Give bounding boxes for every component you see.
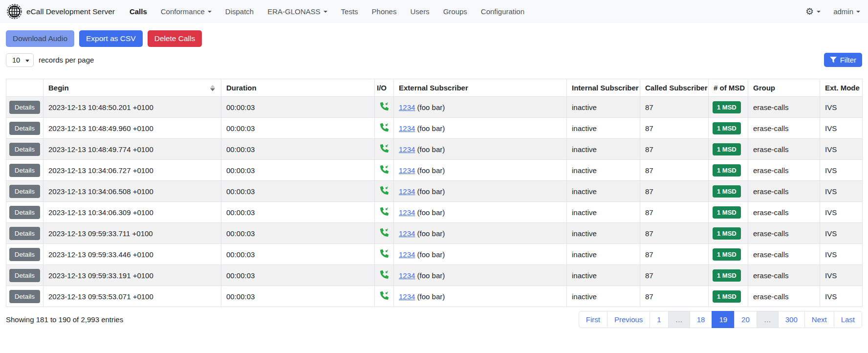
pagination-page-1[interactable]: 1 <box>650 311 668 328</box>
msd-cell: 1 MSD <box>709 244 748 265</box>
brand[interactable]: eCall Development Server <box>7 4 115 19</box>
details-button[interactable]: Details <box>9 122 40 135</box>
msd-cell: 1 MSD <box>709 118 748 139</box>
column-header-called-subscriber: Called Subscriber <box>640 79 709 97</box>
msd-cell: 1 MSD <box>709 139 748 160</box>
nav-item-users[interactable]: Users <box>404 3 435 20</box>
external-subscriber-name: (foo bar) <box>417 250 445 259</box>
external-subscriber-link[interactable]: 1234 <box>399 271 415 280</box>
download-audio-button[interactable]: Download Audio <box>6 30 74 47</box>
pagination-page-20[interactable]: 20 <box>734 311 757 328</box>
msd-badge: 1 MSD <box>713 248 741 261</box>
external-subscriber-name: (foo bar) <box>417 292 445 301</box>
table-row: Details 2023-12-13 10:48:49.960 +0100 00… <box>6 118 863 139</box>
msd-cell: 1 MSD <box>709 286 748 307</box>
filter-button[interactable]: Filter <box>824 53 862 67</box>
called-subscriber-cell: 87 <box>640 139 709 160</box>
nav-item-dispatch[interactable]: Dispatch <box>219 3 260 20</box>
group-cell: erase-calls <box>748 139 820 160</box>
nav-item-configuration[interactable]: Configuration <box>475 3 530 20</box>
ext-mode-cell: IVS <box>820 118 863 139</box>
external-subscriber-link[interactable]: 1234 <box>399 292 415 301</box>
duration-cell: 00:00:03 <box>221 244 375 265</box>
io-cell <box>375 244 394 265</box>
io-cell <box>375 97 394 118</box>
table-row: Details 2023-12-13 10:34:06.727 +0100 00… <box>6 160 863 181</box>
details-button[interactable]: Details <box>9 206 40 219</box>
external-subscriber-link[interactable]: 1234 <box>399 103 415 111</box>
page-size-select[interactable]: 10 <box>6 53 34 67</box>
begin-cell: 2023-12-13 09:59:33.711 +0100 <box>43 223 221 244</box>
external-subscriber-cell: 1234 (foo bar) <box>394 160 567 181</box>
column-header-internal-subscriber: Internal Subscriber <box>567 79 640 97</box>
incoming-call-icon <box>380 102 389 110</box>
pagination-first[interactable]: First <box>579 311 608 328</box>
details-button[interactable]: Details <box>9 185 40 198</box>
duration-cell: 00:00:03 <box>221 181 375 202</box>
group-cell: erase-calls <box>748 181 820 202</box>
nav-item-calls[interactable]: Calls <box>124 3 153 20</box>
incoming-call-icon <box>380 144 389 153</box>
details-button[interactable]: Details <box>9 227 40 240</box>
brand-label: eCall Development Server <box>26 7 115 16</box>
external-subscriber-link[interactable]: 1234 <box>399 187 415 196</box>
group-cell: erase-calls <box>748 118 820 139</box>
external-subscriber-link[interactable]: 1234 <box>399 229 415 238</box>
details-button[interactable]: Details <box>9 164 40 177</box>
external-subscriber-name: (foo bar) <box>417 145 445 154</box>
internal-subscriber-cell: inactive <box>567 97 640 118</box>
incoming-call-icon <box>380 186 389 195</box>
export-csv-button[interactable]: Export as CSV <box>79 30 143 47</box>
nav-item-tests[interactable]: Tests <box>335 3 364 20</box>
user-menu[interactable]: admin <box>832 3 861 20</box>
io-cell <box>375 139 394 160</box>
external-subscriber-link[interactable]: 1234 <box>399 250 415 259</box>
chevron-down-icon <box>817 11 821 13</box>
nav-item-conformance[interactable]: Conformance <box>155 3 217 20</box>
pagination-page-19-current[interactable]: 19 <box>712 311 735 328</box>
incoming-call-icon <box>380 123 389 132</box>
external-subscriber-link[interactable]: 1234 <box>399 124 415 132</box>
duration-cell: 00:00:03 <box>221 286 375 307</box>
msd-badge: 1 MSD <box>713 269 741 282</box>
external-subscriber-cell: 1234 (foo bar) <box>394 118 567 139</box>
pagination-page-300[interactable]: 300 <box>778 311 805 328</box>
chevron-down-icon <box>856 11 860 13</box>
external-subscriber-link[interactable]: 1234 <box>399 208 415 217</box>
pagination-page-18[interactable]: 18 <box>690 311 713 328</box>
pagination-last[interactable]: Last <box>834 311 862 328</box>
io-cell <box>375 265 394 286</box>
details-button[interactable]: Details <box>9 143 40 156</box>
external-subscriber-link[interactable]: 1234 <box>399 145 415 154</box>
settings-menu[interactable]: ⚙ <box>804 3 822 20</box>
msd-badge: 1 MSD <box>713 290 741 303</box>
internal-subscriber-cell: inactive <box>567 181 640 202</box>
io-cell <box>375 181 394 202</box>
incoming-call-icon <box>380 165 389 174</box>
ext-mode-cell: IVS <box>820 202 863 223</box>
delete-calls-button[interactable]: Delete Calls <box>148 30 202 47</box>
nav-item-phones[interactable]: Phones <box>366 3 403 20</box>
details-button[interactable]: Details <box>9 248 40 261</box>
external-subscriber-cell: 1234 (foo bar) <box>394 223 567 244</box>
external-subscriber-name: (foo bar) <box>417 208 445 217</box>
begin-cell: 2023-12-13 10:34:06.508 +0100 <box>43 181 221 202</box>
internal-subscriber-cell: inactive <box>567 265 640 286</box>
table-row: Details 2023-12-13 10:48:50.201 +0100 00… <box>6 97 863 118</box>
external-subscriber-cell: 1234 (foo bar) <box>394 181 567 202</box>
details-button[interactable]: Details <box>9 290 40 303</box>
external-subscriber-cell: 1234 (foo bar) <box>394 286 567 307</box>
called-subscriber-cell: 87 <box>640 202 709 223</box>
nav-item-era-glonass[interactable]: ERA-GLONASS <box>261 3 333 20</box>
msd-cell: 1 MSD <box>709 202 748 223</box>
duration-cell: 00:00:03 <box>221 118 375 139</box>
begin-cell: 2023-12-13 09:59:33.191 +0100 <box>43 265 221 286</box>
nav-item-groups[interactable]: Groups <box>437 3 473 20</box>
io-cell <box>375 202 394 223</box>
external-subscriber-link[interactable]: 1234 <box>399 166 415 175</box>
pagination-next[interactable]: Next <box>804 311 834 328</box>
pagination-previous[interactable]: Previous <box>607 311 650 328</box>
details-button[interactable]: Details <box>9 101 40 114</box>
details-button[interactable]: Details <box>9 269 40 282</box>
column-header-begin[interactable]: Begin <box>43 79 221 97</box>
